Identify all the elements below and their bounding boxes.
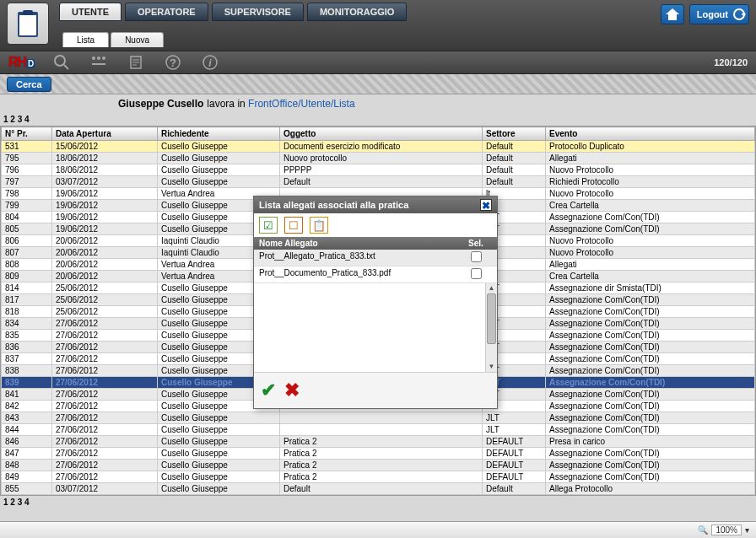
toolbar: RHD ? i 120/120 bbox=[0, 51, 756, 74]
svg-line-5 bbox=[64, 65, 68, 69]
home-icon bbox=[666, 8, 679, 20]
select-all-button[interactable]: ☑ bbox=[259, 217, 278, 234]
attachment-checkbox[interactable] bbox=[471, 268, 482, 279]
main-tab-supervisore[interactable]: SUPERVISORE bbox=[212, 3, 304, 21]
svg-point-8 bbox=[102, 56, 105, 60]
attachment-row[interactable]: Prot__Allegato_Pratica_833.txt bbox=[254, 250, 497, 266]
dialog-cancel-button[interactable]: ✖ bbox=[284, 379, 300, 401]
col-header[interactable]: Settore bbox=[483, 127, 546, 141]
svg-text:i: i bbox=[209, 57, 213, 69]
main-tab-utente[interactable]: UTENTE bbox=[59, 3, 122, 21]
attachment-name: Prot__Allegato_Pratica_833.txt bbox=[254, 250, 455, 266]
deselect-all-button[interactable]: ☐ bbox=[284, 217, 303, 234]
scroll-up-icon[interactable]: ▲ bbox=[488, 284, 495, 293]
pagination-top[interactable]: 1 2 3 4 bbox=[0, 113, 756, 126]
svg-rect-1 bbox=[19, 15, 36, 35]
pagination-bottom[interactable]: 1 2 3 4 bbox=[0, 496, 756, 508]
task-tool[interactable] bbox=[126, 52, 146, 73]
col-header[interactable]: Evento bbox=[546, 127, 755, 141]
dialog-confirm-button[interactable]: ✔ bbox=[261, 379, 276, 401]
dialog-title-text: Lista allegati associati alla pratica bbox=[259, 200, 408, 210]
dialog-body: ▲ ▼ bbox=[254, 283, 497, 373]
breadcrumb: Giuseppe Cusello lavora in FrontOffice/U… bbox=[0, 94, 756, 113]
main-tab-operatore[interactable]: OPERATORE bbox=[125, 3, 208, 21]
document-icon bbox=[128, 55, 143, 70]
table-row[interactable]: 79518/06/2012Cusello GiuseppeNuovo proto… bbox=[2, 153, 755, 164]
table-row[interactable]: 84427/06/2012Cusello GiuseppeJLTAssegnaz… bbox=[2, 424, 755, 436]
svg-point-4 bbox=[55, 56, 65, 66]
sub-tab-nuova[interactable]: Nuova bbox=[111, 32, 164, 47]
table-row[interactable]: 84627/06/2012Cusello GiuseppePratica 2DE… bbox=[2, 436, 755, 448]
attachment-checkbox[interactable] bbox=[471, 251, 482, 262]
statusbar: 🔍 100% ▾ bbox=[0, 521, 756, 538]
dialog-close-button[interactable]: ✖ bbox=[480, 199, 492, 211]
svg-rect-9 bbox=[92, 63, 105, 65]
cerca-button[interactable]: Cerca bbox=[7, 77, 51, 92]
col-sel-header[interactable]: Sel. bbox=[455, 237, 497, 250]
dialog-toolbar: ☑ ☐ 📋 bbox=[254, 213, 497, 237]
search-tool[interactable] bbox=[51, 52, 72, 73]
zoom-value: 100% bbox=[711, 525, 742, 535]
table-row[interactable]: 85503/07/2012Cusello GiuseppeDefaultDefa… bbox=[2, 483, 755, 495]
table-row[interactable]: 79703/07/2012Cusello GiuseppeDefaultDefa… bbox=[2, 176, 755, 188]
home-button[interactable] bbox=[661, 4, 684, 24]
zoom-dropdown-icon[interactable]: ▾ bbox=[745, 525, 749, 535]
table-row[interactable]: 79618/06/2012Cusello GiuseppePPPPPDefaul… bbox=[2, 164, 755, 176]
table-row[interactable]: 53115/06/2012Cusello GiuseppeDocumenti e… bbox=[2, 141, 755, 153]
table-row[interactable]: 84927/06/2012Cusello GiuseppePratica 2DE… bbox=[2, 471, 755, 483]
sub-tabs: ListaNuova bbox=[62, 32, 164, 47]
col-name-header[interactable]: Nome Allegato bbox=[254, 237, 455, 250]
svg-point-7 bbox=[97, 56, 100, 60]
svg-rect-2 bbox=[23, 10, 33, 15]
list-tool[interactable] bbox=[89, 52, 109, 73]
svg-point-6 bbox=[92, 56, 95, 60]
svg-text:?: ? bbox=[170, 56, 176, 69]
dialog-scrollbar[interactable]: ▲ ▼ bbox=[485, 283, 497, 372]
scroll-down-icon[interactable]: ▼ bbox=[488, 363, 495, 371]
main-tab-monitoraggio[interactable]: MONITORAGGIO bbox=[307, 3, 407, 21]
attachments-dialog: Lista allegati associati alla pratica ✖ … bbox=[253, 196, 498, 409]
table-row[interactable]: 84327/06/2012Cusello GiuseppeJLTAssegnaz… bbox=[2, 412, 755, 424]
table-row[interactable]: 84827/06/2012Cusello GiuseppePratica 2DE… bbox=[2, 460, 755, 471]
main-tabs: UTENTEOPERATORESUPERVISOREMONITORAGGIO bbox=[59, 3, 407, 21]
attachment-row[interactable]: Prot__Documento_Pratica_833.pdf bbox=[254, 266, 497, 283]
col-header[interactable]: N° Pr. bbox=[2, 127, 52, 141]
brand-logo: RHD bbox=[8, 55, 35, 70]
list-icon bbox=[90, 55, 107, 70]
search-bar: Cerca bbox=[0, 74, 756, 94]
question-icon: ? bbox=[165, 54, 181, 71]
scroll-thumb[interactable] bbox=[487, 293, 496, 344]
zoom-icon: 🔍 bbox=[698, 525, 708, 535]
breadcrumb-path[interactable]: FrontOffice/Utente/Lista bbox=[248, 98, 355, 110]
logout-label: Logout bbox=[697, 9, 728, 19]
current-user: Giuseppe Cusello bbox=[118, 98, 203, 110]
table-row[interactable]: 84727/06/2012Cusello GiuseppePratica 2DE… bbox=[2, 448, 755, 460]
help-tool[interactable]: ? bbox=[163, 52, 183, 73]
toggle-button[interactable]: 📋 bbox=[310, 217, 328, 234]
logout-icon bbox=[732, 8, 746, 21]
info-tool[interactable]: i bbox=[200, 52, 220, 73]
col-header[interactable]: Data Apertura bbox=[52, 127, 158, 141]
app-logo bbox=[7, 3, 49, 45]
clipboard-icon bbox=[13, 8, 43, 39]
col-header[interactable]: Richiedente bbox=[158, 127, 280, 141]
magnifier-icon bbox=[53, 54, 70, 71]
info-icon: i bbox=[202, 54, 219, 71]
col-header[interactable]: Oggetto bbox=[280, 127, 483, 141]
sub-tab-lista[interactable]: Lista bbox=[62, 32, 109, 47]
attachment-name: Prot__Documento_Pratica_833.pdf bbox=[254, 266, 455, 282]
logout-button[interactable]: Logout bbox=[689, 4, 749, 24]
dialog-titlebar[interactable]: Lista allegati associati alla pratica ✖ bbox=[254, 196, 497, 213]
record-counter: 120/120 bbox=[714, 57, 748, 67]
